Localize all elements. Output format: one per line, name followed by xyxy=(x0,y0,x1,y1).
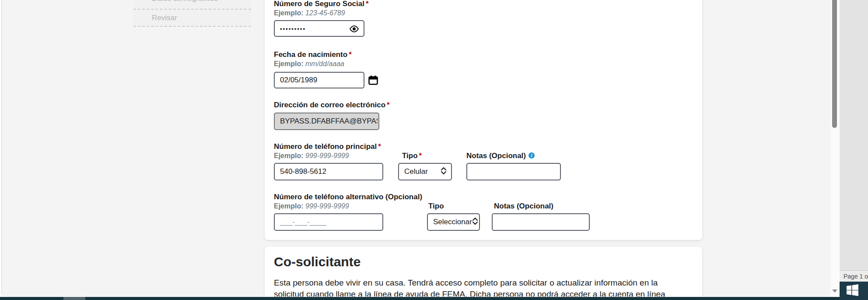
contact-info-form-card: Número de Seguro Social* Ejemplo: 123-45… xyxy=(265,0,702,240)
windows-logo-icon xyxy=(847,284,858,297)
windows-taskbar[interactable] xyxy=(0,297,840,300)
info-icon[interactable]: i xyxy=(528,152,535,159)
select-value: Seleccionar xyxy=(433,218,472,226)
required-asterisk: * xyxy=(366,0,369,8)
co-applicant-title: Co-solicitante xyxy=(274,254,360,269)
primary-phone-example: Ejemplo: 999-999-9999 xyxy=(274,152,349,160)
eye-icon xyxy=(349,27,359,34)
required-asterisk: * xyxy=(387,101,390,109)
show-ssn-button[interactable] xyxy=(349,25,359,32)
open-datepicker-button[interactable] xyxy=(368,75,378,85)
co-applicant-card: Co-solicitante Esta persona debe vivir e… xyxy=(265,247,702,296)
primary-phone-notes-input[interactable] xyxy=(466,163,561,180)
desktop-right-strip: Page 1 of xyxy=(840,0,868,300)
scrollbar-down-arrow-icon[interactable] xyxy=(832,289,837,293)
alt-phone-type-select[interactable]: Seleccionar xyxy=(427,213,480,231)
co-applicant-description: Esta persona debe vivir en su casa. Tend… xyxy=(274,277,689,296)
email-label: Dirección de correo electrónico* xyxy=(274,101,390,109)
primary-phone-label: Número de teléfono principal* xyxy=(274,142,381,151)
alt-phone-label: Número de teléfono alternativo (Opcional… xyxy=(274,193,422,201)
scrollbar-thumb[interactable] xyxy=(832,0,837,128)
sidebar-item-label: Datos demográficos xyxy=(152,0,218,3)
sidebar-item-label: Revisar xyxy=(152,14,177,22)
primary-phone-input[interactable] xyxy=(274,163,383,180)
taskbar-active-app-button[interactable] xyxy=(63,297,85,300)
required-asterisk: * xyxy=(419,152,422,160)
dob-label: Fecha de nacimiento* xyxy=(274,50,352,59)
email-input[interactable] xyxy=(274,113,379,130)
required-asterisk: * xyxy=(378,142,381,151)
ssn-example: Ejemplo: 123-45-6789 xyxy=(274,9,345,17)
browser-content-area: Datos demográficos Revisar Número de Seg… xyxy=(1,0,839,296)
alt-phone-example: Ejemplo: 999-999-9999 xyxy=(274,202,349,210)
sidebar-item-datos-demograficos[interactable]: Datos demográficos xyxy=(133,0,251,10)
calendar-icon xyxy=(368,80,378,87)
ssn-label: Número de Seguro Social* xyxy=(274,0,369,8)
application-step-nav: Datos demográficos Revisar xyxy=(133,0,251,27)
primary-phone-type-label: Tipo* xyxy=(402,152,422,160)
windows-start-button[interactable] xyxy=(840,282,868,300)
alt-phone-type-label: Tipo xyxy=(428,202,444,211)
alt-phone-notes-input[interactable] xyxy=(492,213,590,231)
dob-input[interactable] xyxy=(274,72,364,88)
page-indicator: Page 1 of xyxy=(840,270,868,282)
sidebar-item-revisar[interactable]: Revisar xyxy=(133,10,251,27)
chevron-up-down-icon xyxy=(472,217,478,228)
dob-example: Ejemplo: mm/dd/aaaa xyxy=(274,60,344,68)
alt-phone-input[interactable] xyxy=(274,213,383,231)
vertical-scrollbar[interactable] xyxy=(830,0,839,296)
required-asterisk: * xyxy=(349,50,352,59)
select-value: Celular xyxy=(404,167,428,176)
alt-phone-notes-label: Notas (Opcional) xyxy=(494,202,553,211)
chevron-up-down-icon xyxy=(441,166,447,177)
primary-phone-notes-label: Notas (Opcional)i xyxy=(466,152,535,160)
primary-phone-type-select[interactable]: Celular xyxy=(398,163,452,180)
